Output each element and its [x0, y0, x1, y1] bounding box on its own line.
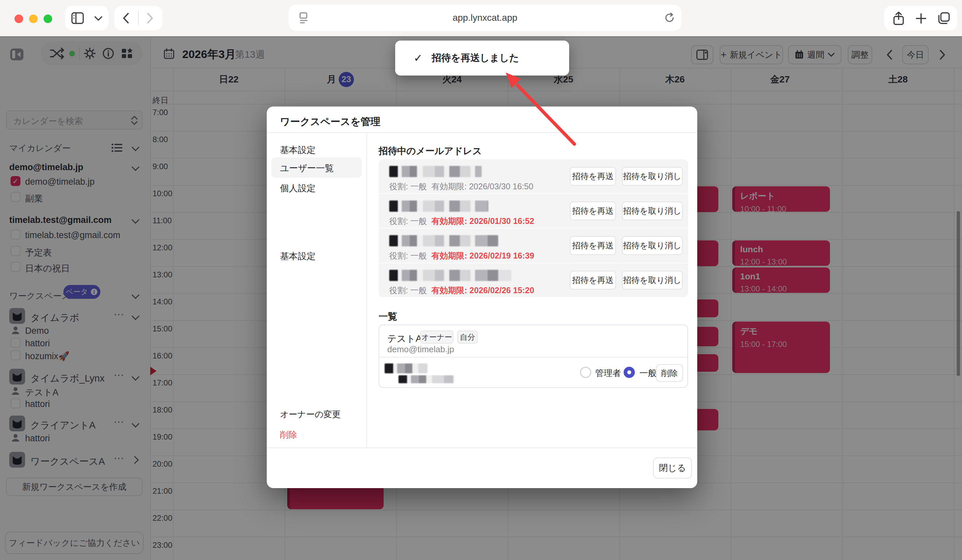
invite-row: 役割: 一般 有効期限: 2026/02/19 16:39 招待を再送 招待を取…: [379, 229, 688, 262]
manage-workspace-modal: ワークスペースを管理 基本設定 ユーザー一覧 基本設定 個人設定 オーナーの変更…: [267, 106, 697, 488]
browser-chrome: app.lynxcat.app: [0, 0, 962, 37]
browser-nav-group: [114, 6, 162, 31]
nav-change-owner[interactable]: オーナーの変更: [280, 409, 341, 420]
close-window-button[interactable]: [15, 14, 23, 23]
self-badge: 自分: [457, 330, 478, 344]
redacted-email: [389, 235, 498, 246]
divider: [267, 447, 697, 448]
nav-delete-workspace[interactable]: 削除: [280, 429, 297, 441]
invite-role: 役割: 一般: [389, 182, 427, 191]
toast-notification: ✓ 招待を再送しました: [395, 40, 569, 76]
invite-row: 役割: 一般 有効期限: 2026/02/26 15:20 招待を再送 招待を取…: [379, 263, 688, 297]
cancel-invite-button[interactable]: 招待を取り消し: [622, 201, 683, 220]
invite-row: 役割: 一般 有効期限: 2026/01/30 16:52 招待を再送 招待を取…: [379, 194, 688, 228]
invite-expiry-expired: 有効期限: 2026/01/30 16:52: [431, 216, 534, 225]
divider: [138, 11, 139, 25]
cancel-invite-button[interactable]: 招待を取り消し: [622, 167, 683, 186]
role-admin-radio[interactable]: [580, 367, 591, 378]
remove-member-button[interactable]: 削除: [656, 364, 683, 382]
maximize-window-button[interactable]: [44, 14, 52, 23]
nav-basic-settings[interactable]: 基本設定: [280, 250, 316, 262]
screenshot-root: app.lynxcat.app: [0, 0, 962, 560]
resend-invite-button[interactable]: 招待を再送: [570, 167, 616, 186]
reload-icon[interactable]: [663, 12, 675, 24]
owner-email: demo@timelab.jp: [387, 344, 454, 354]
url-text: app.lynxcat.app: [289, 5, 681, 31]
redacted-email: [389, 201, 488, 212]
invite-expiry-expired: 有効期限: 2026/02/26 15:20: [431, 286, 534, 295]
share-icon[interactable]: [892, 11, 905, 26]
role-general-label[interactable]: 一般: [639, 367, 657, 379]
nav-users-selected[interactable]: ユーザー一覧: [271, 157, 362, 178]
invite-role: 役割: 一般: [389, 251, 427, 260]
invites-heading: 招待中のメールアドレス: [379, 145, 482, 157]
cancel-invite-button[interactable]: 招待を取り消し: [622, 271, 683, 290]
role-admin-label[interactable]: 管理者: [595, 367, 621, 379]
tab-overview-icon[interactable]: [936, 11, 951, 26]
browser-sidebar-icon: [71, 11, 85, 25]
divider: [379, 357, 687, 357]
members-heading: 一覧: [379, 311, 397, 323]
members-list: テストA オーナー 自分 demo@timelab.jp 管理者 一般 削除: [379, 325, 688, 388]
resend-invite-button[interactable]: 招待を再送: [570, 201, 616, 220]
divider: [366, 132, 367, 447]
redacted-member-email: [399, 375, 455, 383]
new-tab-icon[interactable]: [915, 13, 927, 24]
url-bar[interactable]: app.lynxcat.app: [289, 5, 681, 31]
browser-sidebar-toggle[interactable]: [65, 6, 109, 31]
invite-expiry-expired: 有効期限: 2026/02/19 16:39: [431, 251, 534, 260]
invite-expiry: 有効期限: 2026/03/30 16:50: [431, 182, 534, 191]
owner-badge: オーナー: [420, 330, 453, 344]
nav-basic[interactable]: 基本設定: [280, 144, 316, 156]
nav-personal[interactable]: 個人設定: [280, 182, 316, 194]
role-general-radio-selected[interactable]: [624, 367, 635, 378]
close-modal-button[interactable]: 閉じる: [653, 457, 692, 478]
redacted-member-name: [384, 364, 428, 373]
nav-users-label: ユーザー一覧: [280, 162, 334, 174]
owner-name: テストA: [387, 332, 422, 345]
minimize-window-button[interactable]: [29, 14, 38, 23]
redacted-email: [389, 166, 482, 177]
back-icon[interactable]: [121, 12, 130, 24]
toast-message: 招待を再送しました: [432, 51, 519, 64]
redacted-email: [389, 270, 512, 281]
forward-icon[interactable]: [146, 12, 155, 24]
invites-list: 役割: 一般 有効期限: 2026/03/30 16:50 招待を再送 招待を取…: [379, 159, 688, 297]
invite-role: 役割: 一般: [389, 216, 427, 225]
chevron-down-icon: [94, 16, 103, 21]
divider: [267, 132, 697, 133]
modal-title: ワークスペースを管理: [280, 115, 380, 129]
cancel-invite-button[interactable]: 招待を取り消し: [622, 236, 683, 255]
resend-invite-button[interactable]: 招待を再送: [570, 236, 616, 255]
browser-action-group: [884, 6, 957, 31]
invite-row: 役割: 一般 有効期限: 2026/03/30 16:50 招待を再送 招待を取…: [379, 159, 688, 193]
toast-check-icon: ✓: [414, 52, 423, 64]
resend-invite-button[interactable]: 招待を再送: [570, 271, 616, 290]
invite-role: 役割: 一般: [389, 286, 427, 295]
